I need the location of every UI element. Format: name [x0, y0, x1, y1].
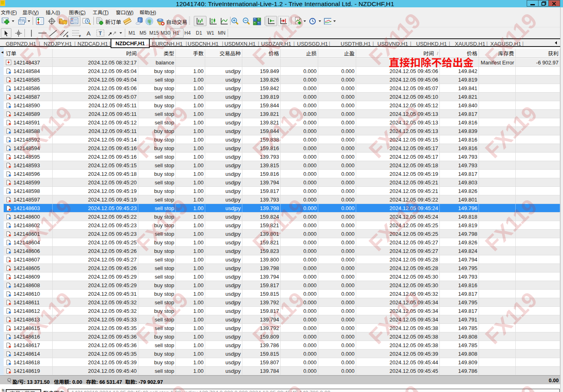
svg-text:T: T	[99, 31, 102, 36]
svg-text:E: E	[66, 35, 69, 38]
svg-text:F: F	[79, 35, 81, 38]
